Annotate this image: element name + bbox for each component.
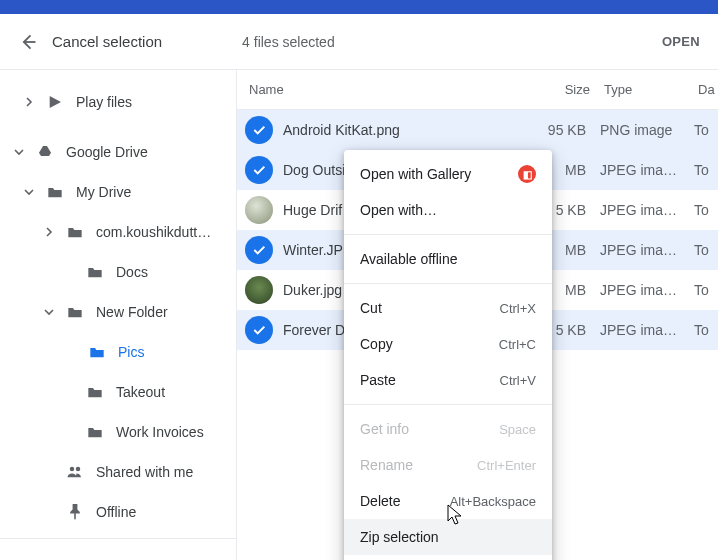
- ctx-open-with[interactable]: Open with…: [344, 192, 552, 228]
- sidebar-item-label: com.koushikdutt…: [96, 224, 211, 240]
- file-date: To: [688, 242, 718, 258]
- open-button[interactable]: OPEN: [662, 34, 700, 49]
- ctx-label: Zip selection: [360, 529, 439, 545]
- sidebar-item-offline[interactable]: Offline: [0, 492, 236, 532]
- file-row[interactable]: Android KitKat.png 95 KB PNG image To: [237, 110, 718, 150]
- folder-icon: [86, 423, 104, 441]
- sidebar-item-docs[interactable]: Docs: [0, 252, 236, 292]
- ctx-label: Paste: [360, 372, 396, 388]
- folder-icon: [66, 303, 84, 321]
- people-icon: [66, 463, 84, 481]
- file-type: JPEG ima…: [586, 242, 688, 258]
- top-toolbar: Cancel selection 4 files selected OPEN: [0, 14, 718, 70]
- ctx-label: Rename: [360, 457, 413, 473]
- sidebar-item-label: Docs: [116, 264, 148, 280]
- selection-count-label: 4 files selected: [242, 34, 335, 50]
- ctx-shortcut: Space: [499, 422, 536, 437]
- folder-icon: [86, 383, 104, 401]
- check-icon: [245, 236, 273, 264]
- ctx-label: Copy: [360, 336, 393, 352]
- drive-icon: [36, 143, 54, 161]
- ctx-open-gallery[interactable]: Open with Gallery ◧: [344, 156, 552, 192]
- column-header-name[interactable]: Name: [249, 82, 524, 97]
- context-menu: Open with Gallery ◧ Open with… Available…: [344, 150, 552, 560]
- sidebar: Play files Google Drive My Drive com.kou…: [0, 70, 237, 560]
- column-header-type[interactable]: Type: [590, 82, 692, 97]
- gallery-app-icon: ◧: [518, 165, 536, 183]
- sidebar-item-new-folder[interactable]: New Folder: [0, 292, 236, 332]
- window-titlebar: [0, 0, 718, 14]
- ctx-shortcut: Ctrl+X: [500, 301, 536, 316]
- ctx-label: Available offline: [360, 251, 458, 267]
- file-type: PNG image: [586, 122, 688, 138]
- ctx-shortcut: Ctrl+C: [499, 337, 536, 352]
- ctx-shortcut: Ctrl+Enter: [477, 458, 536, 473]
- sidebar-item-play-files[interactable]: Play files: [0, 82, 236, 122]
- folder-icon: [86, 263, 104, 281]
- ctx-separator: [344, 283, 552, 284]
- ctx-get-info: Get info Space: [344, 411, 552, 447]
- file-name: Android KitKat.png: [283, 122, 520, 138]
- sidebar-item-label: Takeout: [116, 384, 165, 400]
- sidebar-item-label: Pics: [118, 344, 144, 360]
- sidebar-item-google-drive[interactable]: Google Drive: [0, 132, 236, 172]
- sidebar-item-label: My Drive: [76, 184, 131, 200]
- file-type: JPEG ima…: [586, 322, 688, 338]
- file-thumbnail: [245, 276, 273, 304]
- file-date: To: [688, 122, 718, 138]
- ctx-label: Open with…: [360, 202, 437, 218]
- ctx-delete[interactable]: Delete Alt+Backspace: [344, 483, 552, 519]
- column-header-size[interactable]: Size: [524, 82, 590, 97]
- back-arrow-icon[interactable]: [18, 32, 38, 52]
- column-header-row: Name Size Type Da: [237, 70, 718, 110]
- ctx-separator: [344, 234, 552, 235]
- cancel-selection-label[interactable]: Cancel selection: [52, 33, 162, 50]
- ctx-available-offline[interactable]: Available offline: [344, 241, 552, 277]
- chevron-down-icon: [44, 307, 54, 317]
- file-thumbnail: [245, 196, 273, 224]
- ctx-paste[interactable]: Paste Ctrl+V: [344, 362, 552, 398]
- chevron-right-icon: [24, 97, 34, 107]
- file-type: JPEG ima…: [586, 282, 688, 298]
- check-icon: [245, 116, 273, 144]
- play-icon: [46, 93, 64, 111]
- ctx-label: Cut: [360, 300, 382, 316]
- folder-icon: [46, 183, 64, 201]
- ctx-label: Get info: [360, 421, 409, 437]
- sidebar-item-esd-usb[interactable]: ESD-USB: [0, 549, 236, 560]
- svg-point-0: [70, 467, 75, 472]
- folder-icon: [88, 343, 106, 361]
- sidebar-item-work-invoices[interactable]: Work Invoices: [0, 412, 236, 452]
- ctx-label: Delete: [360, 493, 400, 509]
- sidebar-item-koushik[interactable]: com.koushikdutt…: [0, 212, 236, 252]
- sidebar-item-my-drive[interactable]: My Drive: [0, 172, 236, 212]
- ctx-cut[interactable]: Cut Ctrl+X: [344, 290, 552, 326]
- ctx-shortcut: Alt+Backspace: [450, 494, 536, 509]
- file-date: To: [688, 282, 718, 298]
- sidebar-item-takeout[interactable]: Takeout: [0, 372, 236, 412]
- pin-icon: [66, 503, 84, 521]
- sidebar-item-label: Offline: [96, 504, 136, 520]
- file-type: JPEG ima…: [586, 162, 688, 178]
- sidebar-item-shared[interactable]: Shared with me: [0, 452, 236, 492]
- ctx-shortcut: Ctrl+V: [500, 373, 536, 388]
- ctx-rename: Rename Ctrl+Enter: [344, 447, 552, 483]
- check-icon: [245, 156, 273, 184]
- sidebar-item-label: New Folder: [96, 304, 168, 320]
- chevron-down-icon: [14, 147, 24, 157]
- sidebar-item-label: Work Invoices: [116, 424, 204, 440]
- file-date: To: [688, 322, 718, 338]
- chevron-right-icon: [44, 227, 54, 237]
- svg-point-1: [76, 467, 81, 472]
- ctx-zip-selection[interactable]: Zip selection: [344, 519, 552, 555]
- sidebar-item-label: Google Drive: [66, 144, 148, 160]
- sidebar-item-pics[interactable]: Pics: [0, 332, 236, 372]
- file-date: To: [688, 202, 718, 218]
- file-type: JPEG ima…: [586, 202, 688, 218]
- file-date: To: [688, 162, 718, 178]
- ctx-copy[interactable]: Copy Ctrl+C: [344, 326, 552, 362]
- check-icon: [245, 316, 273, 344]
- chevron-down-icon: [24, 187, 34, 197]
- column-header-date[interactable]: Da: [692, 82, 718, 97]
- sidebar-divider: [0, 538, 236, 539]
